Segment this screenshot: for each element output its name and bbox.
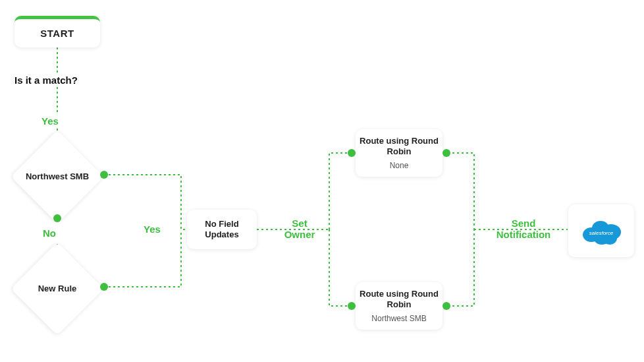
- start-node[interactable]: START: [14, 16, 100, 47]
- decision-northwest-smb[interactable]: Northwest SMB: [11, 130, 103, 223]
- decision-new-rule-label: New Rule: [38, 284, 77, 294]
- connector-dot: [443, 302, 450, 310]
- step-route-bottom[interactable]: Route using Round Robin Northwest SMB: [356, 282, 443, 330]
- connector-dot: [443, 149, 450, 157]
- edge-yes-right: Yes: [144, 224, 161, 235]
- step-route-top[interactable]: Route using Round Robin None: [356, 129, 443, 177]
- endpoint-salesforce[interactable]: salesforce: [568, 204, 634, 257]
- step-no-field-updates[interactable]: No Field Updates: [187, 210, 257, 249]
- connector-dot: [348, 149, 356, 157]
- decision-new-rule[interactable]: New Rule: [11, 242, 103, 335]
- edge-send-notification: Send Notification: [487, 218, 560, 241]
- match-question: Is it a match?: [14, 75, 78, 86]
- connector-dot: [53, 214, 61, 222]
- step-route-bottom-subtitle: Northwest SMB: [371, 314, 426, 323]
- edge-yes-top: Yes: [41, 115, 59, 127]
- salesforce-cloud-icon: salesforce: [578, 215, 624, 247]
- connector-dot: [100, 283, 108, 291]
- svg-text:salesforce: salesforce: [589, 230, 614, 236]
- decision-northwest-smb-label: Northwest SMB: [26, 171, 89, 182]
- edge-set-owner: Set Owner: [277, 218, 323, 241]
- edge-no: No: [43, 227, 56, 239]
- step-route-bottom-title: Route using Round Robin: [360, 289, 439, 311]
- step-no-field-updates-label: No Field Updates: [191, 219, 253, 241]
- start-label: START: [40, 28, 74, 39]
- connector-dot: [100, 171, 108, 179]
- connector-dot: [348, 302, 356, 310]
- step-route-top-title: Route using Round Robin: [360, 136, 439, 158]
- step-route-top-subtitle: None: [390, 161, 409, 170]
